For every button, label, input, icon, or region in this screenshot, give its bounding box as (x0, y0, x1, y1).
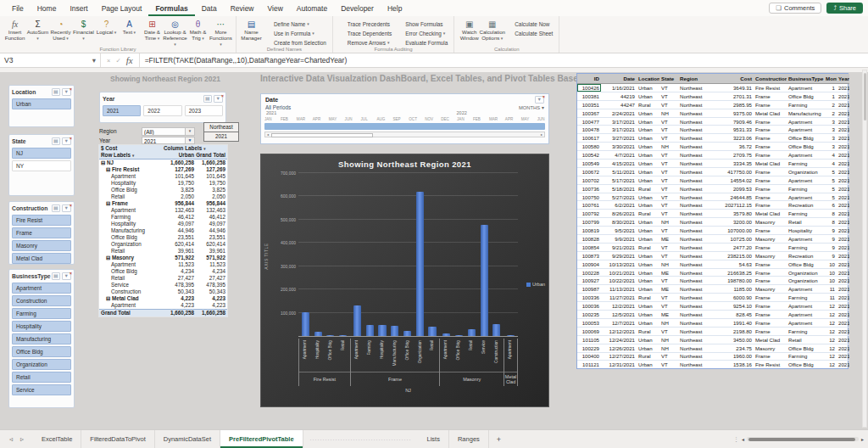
table-cell[interactable]: Northeast (678, 235, 716, 244)
table-cell[interactable]: Frame (754, 294, 787, 302)
table-cell[interactable]: 9/5/2021 (601, 227, 637, 235)
table-cell[interactable]: 9/21/2021 (601, 243, 637, 251)
table-cell[interactable]: 5/27/2021 (601, 193, 637, 201)
table-cell[interactable]: Urban (637, 311, 659, 319)
slicer-item-apartment[interactable]: Apartment (12, 283, 71, 294)
table-cell[interactable]: Apartment (787, 151, 824, 160)
table-cell[interactable]: Frame (754, 184, 787, 193)
table-cell[interactable]: Recreation (787, 251, 824, 260)
timeline-month-2021-jan[interactable]: JAN (264, 116, 281, 123)
table-cell[interactable]: 10/21/2021 (601, 268, 637, 277)
table-cell[interactable]: 3 (824, 134, 837, 143)
table-cell[interactable]: NH (659, 260, 678, 268)
ribbon-button-calculate-sheet[interactable]: Calculate Sheet (506, 30, 553, 36)
table-cell[interactable]: Apartment (787, 193, 824, 201)
table-cell[interactable]: 100235 (577, 311, 601, 319)
table-cell[interactable]: Urban (637, 193, 659, 201)
table-cell[interactable]: VT (659, 92, 678, 100)
table-cell[interactable]: Urban (637, 335, 659, 344)
table-cell[interactable]: 100873 (577, 251, 601, 260)
table-cell[interactable]: Urban (637, 84, 659, 92)
ribbon-tab-home[interactable]: Home (31, 0, 64, 16)
timeline-month-2021-jul[interactable]: JUL (361, 116, 377, 123)
multi-select-icon[interactable]: ▤ (52, 137, 60, 145)
table-cell[interactable]: Apartment (787, 117, 824, 126)
chart-bar-frame-organization[interactable] (416, 192, 424, 336)
pivot-row-label[interactable]: ⊟ Masonry (99, 255, 162, 261)
table-cell[interactable]: 2021 (837, 176, 849, 184)
column-header-id[interactable]: ID (577, 74, 601, 84)
table-cell[interactable]: Office Bldg (787, 344, 824, 352)
table-cell[interactable]: Apartment (787, 285, 824, 294)
table-cell[interactable]: Northeast (678, 126, 716, 134)
timeline-month-2021-feb[interactable]: FEB (281, 116, 297, 123)
table-cell[interactable]: 2021 (837, 227, 849, 235)
table-cell[interactable]: 2021 (837, 352, 849, 361)
table-cell[interactable]: Retail (787, 218, 824, 227)
pivot-chart[interactable]: Showing Northeast Region 2021 AXIS TITLE… (260, 154, 549, 407)
chart-bar-masonry-retail[interactable] (468, 329, 476, 336)
table-cell[interactable]: Metal Clad (754, 160, 787, 168)
table-cell[interactable]: 100580 (577, 143, 601, 151)
table-cell[interactable]: 2021 (837, 260, 849, 268)
table-cell[interactable]: 2021 (837, 268, 849, 277)
table-cell[interactable]: 2198.80 (716, 327, 754, 335)
table-cell[interactable]: 2 (824, 100, 837, 109)
table-cell[interactable]: Northeast (678, 176, 716, 184)
table-cell[interactable]: Office Bldg (787, 260, 824, 268)
table-cell[interactable]: 3 (824, 126, 837, 134)
sheet-nav-left-icon[interactable]: ◃ (9, 435, 13, 443)
table-cell[interactable]: Farming (787, 327, 824, 335)
table-cell[interactable]: 5 (824, 184, 837, 193)
table-cell[interactable]: Northeast (678, 294, 716, 302)
table-cell[interactable]: 3/27/2021 (601, 134, 637, 143)
table-cell[interactable]: Urban (637, 344, 659, 352)
hscroll-thumb[interactable] (748, 438, 855, 441)
table-cell[interactable]: 2021 (837, 184, 849, 193)
table-cell[interactable]: 2021 (837, 235, 849, 244)
ribbon-button-create-from-selection[interactable]: Create from Selection (265, 39, 326, 46)
table-cell[interactable]: Masonry (754, 235, 787, 244)
table-cell[interactable]: Urban (637, 268, 659, 277)
timeline-month-2021-nov[interactable]: NOV (425, 116, 441, 123)
timeline-month-2021-mar[interactable]: MAR (297, 116, 313, 123)
table-cell[interactable]: 4/15/2021 (601, 160, 637, 168)
ribbon-tab-automate[interactable]: Automate (290, 0, 334, 16)
table-cell[interactable]: Frame (754, 176, 787, 184)
table-cell[interactable]: 3/30/2021 (601, 143, 637, 151)
ribbon-button-define-name[interactable]: Define Name▾ (265, 20, 326, 27)
chart-bar-fire-resist-apartment[interactable] (302, 312, 309, 336)
timeline-month-2021-apr[interactable]: APR (313, 116, 329, 123)
slicer-item-urban[interactable]: Urban (12, 98, 71, 109)
chart-bar-masonry-office-bldg[interactable] (455, 335, 463, 336)
timeline-month-2021-sep[interactable]: SEP (392, 116, 409, 123)
table-cell[interactable]: Northeast (678, 344, 716, 352)
table-cell[interactable]: Apartment (787, 302, 824, 311)
table-cell[interactable]: 100750 (577, 193, 601, 201)
table-cell[interactable]: 2099.53 (716, 184, 754, 193)
scrollbar-grip-icon[interactable]: ⋮ (733, 436, 739, 443)
table-cell[interactable]: VT (659, 210, 678, 218)
table-cell[interactable]: Frame (754, 117, 787, 126)
table-cell[interactable]: 3/17/2021 (601, 117, 637, 126)
table-cell[interactable]: 4 (824, 160, 837, 168)
table-cell[interactable]: Organization (787, 268, 824, 277)
table-cell[interactable]: 100854 (577, 243, 601, 251)
table-cell[interactable]: 2021 (837, 193, 849, 201)
table-cell[interactable]: 100819 (577, 227, 601, 235)
table-cell[interactable]: VT (659, 193, 678, 201)
table-cell[interactable]: 3 (824, 143, 837, 151)
table-cell[interactable]: Metal Clad (754, 210, 787, 218)
ribbon-button-remove-arrows[interactable]: Remove Arrows▾ (339, 39, 392, 46)
ribbon-button-calculate-now[interactable]: Calculate Now (506, 20, 553, 27)
table-cell[interactable]: 2021 (837, 134, 849, 143)
sheet-tab-lists[interactable]: Lists (419, 430, 449, 448)
table-cell[interactable]: VT (659, 361, 678, 368)
table-cell[interactable]: Office Bldg (787, 361, 824, 368)
name-manager-button[interactable]: ▤ Name Manager (240, 18, 263, 42)
table-cell[interactable]: Urban (637, 251, 659, 260)
table-cell[interactable]: VT (659, 294, 678, 302)
timeline-selection-band[interactable] (264, 123, 545, 130)
table-cell[interactable]: Northeast (678, 260, 716, 268)
table-cell[interactable]: 24644.85 (716, 193, 754, 201)
